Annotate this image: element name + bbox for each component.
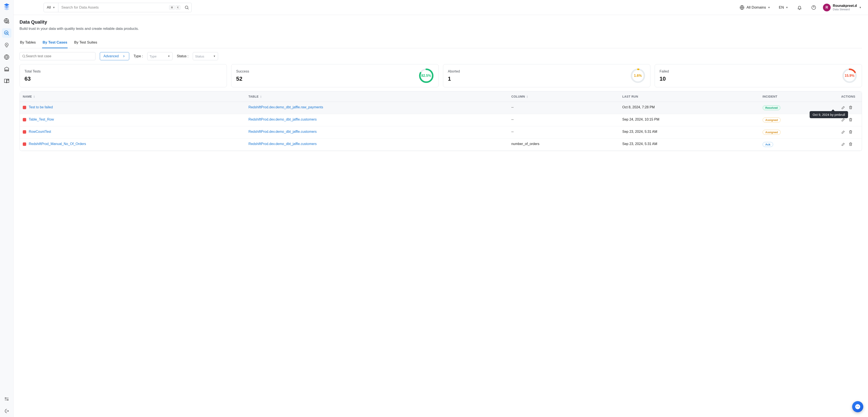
nav-logout-icon[interactable] — [2, 406, 11, 416]
chevron-down-icon: ▼ — [53, 6, 55, 9]
column-cell: -- — [508, 114, 619, 126]
sort-icon: ▲▼ — [33, 95, 35, 98]
nav-data-quality-icon[interactable] — [2, 28, 11, 38]
test-name-link[interactable]: RowCountTest — [29, 130, 51, 133]
chevron-down-icon: ▼ — [213, 55, 216, 58]
col-table[interactable]: TABLE▲▼ — [245, 91, 508, 102]
search-icon[interactable] — [182, 5, 191, 10]
test-name-link[interactable]: RedshiftProd_Manual_No_Of_Orders — [29, 142, 86, 146]
stat-total: Total Tests 63 — [20, 64, 227, 87]
table-link[interactable]: RedshiftProd.dev.demo_dbt_jaffle.custome… — [248, 130, 317, 133]
svg-point-17 — [855, 404, 860, 409]
incident-badge[interactable]: Assigned — [763, 118, 781, 123]
test-name-link[interactable]: Test to be failed — [29, 105, 53, 109]
tab-by-tables[interactable]: By Tables — [20, 38, 36, 48]
col-column[interactable]: COLUMN▲▼ — [508, 91, 619, 102]
status-indicator — [23, 106, 26, 109]
nav-settings-icon[interactable] — [2, 394, 11, 404]
global-search: All ▼ ⌘ K — [43, 3, 192, 12]
user-name: Rounakpreet.d — [833, 4, 857, 8]
table-row: RowCountTest RedshiftProd.dev.demo_dbt_j… — [20, 126, 862, 138]
aborted-ring: 1.6% — [630, 68, 645, 83]
bell-icon — [797, 5, 802, 10]
chevron-right-icon — [122, 55, 126, 58]
col-name[interactable]: NAME▲▼ — [20, 91, 245, 102]
col-incident: INCIDENT — [760, 91, 838, 102]
table-link[interactable]: RedshiftProd.dev.demo_dbt_jaffle.raw_pay… — [248, 105, 323, 109]
status-filter-label: Status : — [177, 54, 188, 58]
incident-badge[interactable]: Assigned — [763, 130, 781, 135]
delete-icon[interactable] — [848, 130, 853, 134]
edit-icon[interactable] — [841, 118, 845, 122]
app-logo[interactable] — [2, 2, 11, 11]
nav-discover-icon[interactable] — [2, 16, 11, 26]
nav-globe-icon[interactable] — [2, 52, 11, 62]
svg-point-10 — [23, 55, 25, 57]
chat-assistant-button[interactable] — [852, 401, 863, 412]
delete-icon[interactable] — [848, 118, 853, 122]
edit-icon[interactable] — [841, 142, 845, 146]
chevron-down-icon: ▼ — [859, 6, 862, 9]
success-ring: 82.5% — [419, 68, 434, 83]
nav-docs-icon[interactable] — [2, 76, 11, 86]
type-filter-select[interactable]: Type ▼ — [147, 52, 173, 60]
table-row: Test to be failed RedshiftProd.dev.demo_… — [20, 102, 862, 114]
advanced-button[interactable]: Advanced — [100, 52, 129, 60]
svg-point-19 — [858, 406, 859, 407]
table-link[interactable]: RedshiftProd.dev.demo_dbt_jaffle.custome… — [248, 142, 317, 146]
search-scope-dropdown[interactable]: All ▼ — [44, 3, 58, 12]
column-cell: -- — [508, 102, 619, 114]
stat-failed: Failed 10 15.9% — [655, 64, 862, 87]
kbd-shortcut: ⌘ K — [169, 5, 182, 10]
status-filter-select[interactable]: Status ▼ — [193, 52, 218, 60]
edit-icon[interactable] — [841, 130, 845, 134]
svg-point-4 — [8, 79, 9, 81]
incident-badge[interactable]: Ack — [763, 142, 773, 147]
col-last-run: LAST RUN — [619, 91, 760, 102]
failed-ring: 15.9% — [842, 68, 857, 83]
svg-point-7 — [185, 6, 188, 8]
delete-icon[interactable] — [848, 105, 853, 109]
stat-aborted: Aborted 1 1.6% — [443, 64, 650, 87]
help-button[interactable] — [809, 3, 818, 11]
tab-by-test-suites[interactable]: By Test Suites — [73, 38, 97, 48]
sort-icon: ▲▼ — [260, 95, 262, 98]
globe-icon — [739, 5, 745, 10]
status-indicator — [23, 130, 26, 134]
page-subtitle: Build trust in your data with quality te… — [20, 27, 862, 31]
test-case-table: Oct 9, 2024 by pmbrull NAME▲▼ TABLE▲▼ CO… — [20, 91, 862, 151]
nav-governance-icon[interactable] — [2, 64, 11, 74]
sidebar — [0, 0, 13, 417]
search-icon — [22, 54, 26, 58]
language-dropdown[interactable]: EN ▼ — [777, 4, 790, 11]
table-link[interactable]: RedshiftProd.dev.demo_dbt_jaffle.custome… — [248, 118, 317, 121]
last-run-cell: Oct 8, 2024, 7:28 PM — [619, 102, 760, 114]
col-actions: ACTIONS — [838, 91, 862, 102]
stat-success: Success 52 82.5% — [231, 64, 438, 87]
last-run-cell: Sep 23, 2024, 5:31 AM — [619, 126, 760, 138]
chevron-down-icon: ▼ — [167, 55, 170, 58]
column-cell: -- — [508, 126, 619, 138]
notifications-button[interactable] — [795, 3, 804, 11]
test-case-search[interactable] — [20, 52, 95, 60]
sort-icon: ▲▼ — [526, 95, 528, 98]
incident-badge[interactable]: Resolved — [763, 105, 781, 110]
svg-point-5 — [5, 398, 6, 398]
table-row: Table_Test_Row RedshiftProd.dev.demo_dbt… — [20, 114, 862, 126]
test-name-link[interactable]: Table_Test_Row — [29, 118, 54, 121]
chevron-down-icon: ▼ — [785, 6, 788, 9]
topbar: All ▼ ⌘ K All Domains ▼ — [13, 0, 868, 15]
avatar: R — [823, 4, 831, 11]
user-role: Data Steward — [833, 8, 857, 11]
nav-insights-icon[interactable] — [2, 40, 11, 50]
delete-icon[interactable] — [848, 142, 853, 146]
tab-by-test-cases[interactable]: By Test Cases — [42, 38, 68, 48]
type-filter-label: Type : — [133, 54, 143, 58]
search-input[interactable] — [58, 5, 169, 10]
domains-dropdown[interactable]: All Domains ▼ — [737, 3, 773, 11]
search-scope-label: All — [47, 5, 51, 10]
edit-icon[interactable] — [841, 105, 845, 109]
test-case-search-input[interactable] — [26, 54, 93, 58]
incident-tooltip: Oct 9, 2024 by pmbrull — [810, 111, 848, 118]
user-menu[interactable]: R Rounakpreet.d Data Steward ▼ — [823, 4, 862, 11]
